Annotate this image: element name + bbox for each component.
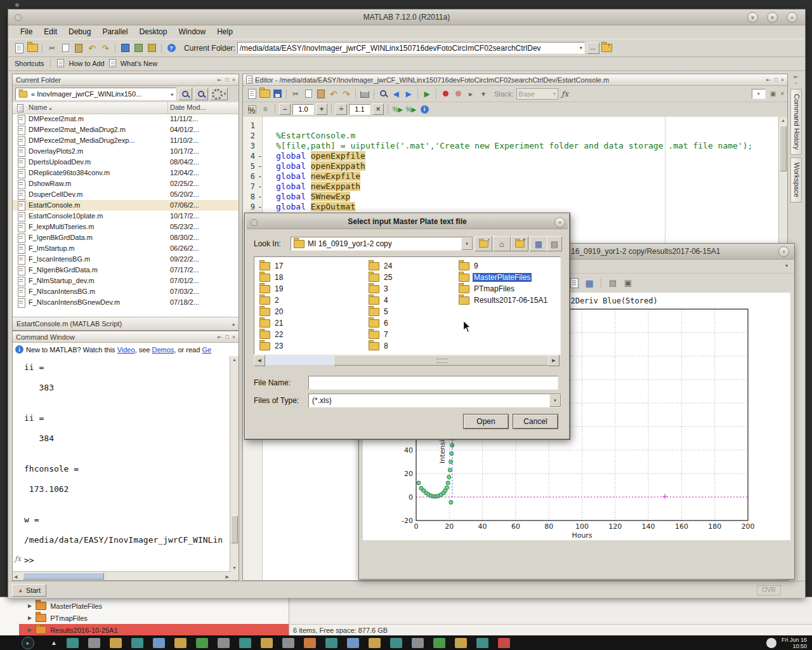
code-line[interactable]: 2%EstartConsole.m <box>243 131 779 141</box>
guide-icon[interactable] <box>133 43 144 54</box>
dialog-titlebar[interactable]: Select input Master Plate text file × <box>247 215 568 229</box>
file-row[interactable]: EstartConsole.m07/06/2... <box>13 200 239 211</box>
new-script-icon[interactable] <box>13 43 25 54</box>
profiler-icon[interactable] <box>146 43 157 54</box>
dialog-folder-item[interactable]: 25 <box>369 272 393 283</box>
print-icon[interactable] <box>359 88 370 100</box>
taskbar-app-icon[interactable] <box>218 638 230 648</box>
figure-combo-arrow-icon[interactable]: ▾ <box>785 263 788 269</box>
taskbar-app-icon[interactable] <box>110 638 122 648</box>
detail-view-button[interactable]: ▤ <box>547 236 562 251</box>
figure-frame-icon[interactable]: ▣ <box>622 277 634 289</box>
file-row[interactable]: F_NIgenBkGrdData.m07/17/2... <box>13 265 239 275</box>
insert-cell-icon[interactable]: % <box>246 103 258 115</box>
file-row[interactable]: F_ImStartup.m06/26/2... <box>13 243 239 254</box>
expander-icon[interactable]: ▶ <box>28 627 32 633</box>
set-breakpoint-icon[interactable] <box>440 88 451 100</box>
console-vscrollbar[interactable]: ▲ ▼ <box>230 356 239 572</box>
code-line[interactable]: 6-global newExpfile <box>243 171 779 182</box>
dialog-close-button[interactable]: × <box>554 217 565 228</box>
collapse-detail-icon[interactable]: ▴ <box>232 321 235 327</box>
step-icon[interactable]: ▸ <box>465 88 476 100</box>
taskbar-app-icon[interactable] <box>174 638 187 648</box>
hscroll-thumb[interactable] <box>334 355 551 366</box>
expander-icon[interactable]: ▶ <box>28 603 32 609</box>
demos-link[interactable]: Demos <box>152 346 174 354</box>
file-row[interactable]: F_NIscanIntensBGnewDev.m07/18/2... <box>13 297 239 308</box>
path-dropdown-icon[interactable]: ▾ <box>580 45 582 51</box>
close-panel-icon[interactable]: × <box>232 77 235 83</box>
shortcut-how-to-add[interactable]: How to Add <box>69 60 104 67</box>
taskbar-app-icon[interactable] <box>282 638 294 648</box>
file-row[interactable]: F_NImStartup_dev.m07/01/2... <box>13 275 239 286</box>
matlab-start-button[interactable]: ▲ Start <box>12 584 46 597</box>
dialog-folder-item[interactable]: 9 <box>459 260 480 272</box>
file-row[interactable]: DMPexcel2mat_MediaDrug2exp...11/10/2... <box>13 135 239 146</box>
dialog-folder-item[interactable]: Results2017-06-15A1 <box>459 295 549 306</box>
matlab-titlebar[interactable]: MATLAB 7.12.0 (R2011a) ∨ ∧ × <box>8 10 805 25</box>
multiply-value-button[interactable]: × <box>372 103 384 115</box>
file-row[interactable]: DpertsUploadDev.m08/04/2... <box>13 157 239 168</box>
fx-insert-icon[interactable]: ƒx <box>560 88 571 100</box>
up-one-level-button[interactable]: ↑ <box>475 236 492 251</box>
taskbar-app-icon[interactable] <box>369 638 381 648</box>
console-output[interactable]: ii = 383 ii = 384 fhconsole = 173.1062 w… <box>13 356 230 572</box>
up-folder-icon[interactable]: ↑ <box>601 43 613 54</box>
vscroll-thumb[interactable] <box>231 515 238 543</box>
menu-debug[interactable]: Debug <box>63 26 96 37</box>
actions-gear-button[interactable]: ▾ <box>210 88 228 100</box>
cell-divider-icon[interactable]: ≡ <box>259 103 271 115</box>
redo-icon[interactable]: ↷ <box>341 88 352 100</box>
getting-started-link[interactable]: Ge <box>202 346 211 354</box>
file-row[interactable]: DMPexcel2mat_MediaDrug2.m04/01/2... <box>13 124 239 135</box>
look-in-combo[interactable]: MI 16_0919_yor1-2 copy ▾ <box>291 237 473 251</box>
help-icon[interactable]: ? <box>166 43 177 54</box>
cell-value-1-input[interactable] <box>292 104 314 115</box>
editor-vscroll-thumb[interactable] <box>780 126 787 171</box>
dialog-folder-item[interactable]: 5 <box>369 306 390 317</box>
cut-icon[interactable]: ✂ <box>46 43 58 54</box>
minimize-button[interactable]: ∨ <box>747 12 758 23</box>
paste-icon[interactable] <box>73 43 84 54</box>
dialog-folder-item[interactable]: 3 <box>369 283 390 295</box>
code-line[interactable]: 1 <box>243 121 779 131</box>
taskbar-app-icon[interactable] <box>433 638 445 648</box>
undo-icon[interactable]: ↶ <box>86 43 98 54</box>
dialog-folder-item[interactable]: 8 <box>369 340 390 352</box>
file-row[interactable]: F_NIscanIntensBG.m07/03/2... <box>13 286 239 297</box>
dialog-folder-item[interactable]: 20 <box>259 306 284 317</box>
code-line[interactable]: 4-global openExpfile <box>243 151 779 161</box>
menu-help[interactable]: Help <box>211 26 239 37</box>
close-button[interactable]: × <box>787 12 797 23</box>
dialog-folder-item[interactable]: 4 <box>369 295 390 306</box>
video-link[interactable]: Video <box>117 346 135 354</box>
file-row[interactable]: DMPexcel2mat.m11/11/2... <box>13 114 239 124</box>
taskbar-app-icon[interactable] <box>498 638 510 648</box>
hscroll-right-arrow[interactable]: ▶ <box>548 355 560 366</box>
strip-restore-icon[interactable]: ▫ <box>789 80 803 86</box>
taskbar-app-icon[interactable] <box>153 638 165 648</box>
maximize-button[interactable]: ∧ <box>767 12 778 23</box>
fm-tree-item[interactable]: ▶MasterPlateFiles <box>19 600 289 612</box>
minimize-panel-icon[interactable]: □ <box>225 77 228 83</box>
strip-dock-icon[interactable]: ⇤ <box>789 74 803 80</box>
evaluate-cell-icon[interactable]: %▶ <box>392 103 403 115</box>
taskbar-app-icon[interactable] <box>304 638 316 648</box>
figure-grid-icon[interactable]: ▦ <box>584 277 595 289</box>
increase-value-button[interactable]: + <box>316 103 327 115</box>
copy-icon[interactable] <box>303 88 314 100</box>
code-line[interactable]: 9-global ExpOutmat <box>243 202 779 212</box>
code-line[interactable]: 7-global newExppath <box>243 182 779 192</box>
taskbar-app-icon[interactable] <box>239 638 251 648</box>
back-icon[interactable]: ◀ <box>390 88 402 100</box>
look-in-dropdown-icon[interactable]: ▾ <box>461 237 473 250</box>
taskbar-app-icon[interactable] <box>476 638 488 648</box>
dialog-folder-item[interactable]: 17 <box>259 260 284 272</box>
copy-icon[interactable] <box>60 43 71 54</box>
close-panel-icon[interactable]: × <box>232 334 235 340</box>
figure-close-button[interactable]: × <box>778 246 789 257</box>
vtab-workspace[interactable]: Workspace <box>790 157 802 202</box>
close-panel-icon[interactable]: × <box>781 77 784 83</box>
dock-icon[interactable]: ⇤ <box>766 77 771 83</box>
evaluate-advance-icon[interactable]: %▶ <box>405 103 417 115</box>
